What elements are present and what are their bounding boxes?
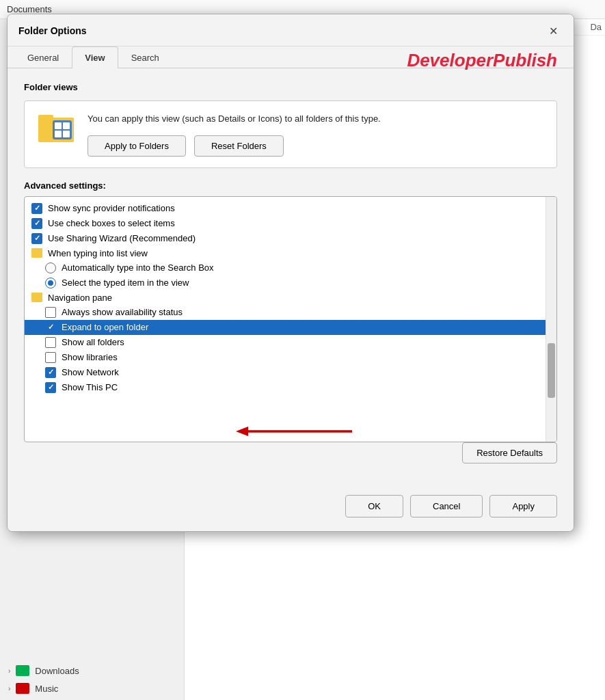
setting-show-thispc[interactable]: Show This PC <box>25 380 546 395</box>
cancel-button[interactable]: Cancel <box>410 495 483 517</box>
setting-show-sync[interactable]: Show sync provider notifications <box>25 201 546 216</box>
setting-show-network[interactable]: Show Network <box>25 365 546 380</box>
bottom-buttons: OK Cancel Apply <box>8 484 574 531</box>
title-bar-controls: ✕ <box>543 21 563 40</box>
apply-to-folders-button[interactable]: Apply to Folders <box>88 135 186 157</box>
checkbox-expand-folder[interactable] <box>45 322 56 333</box>
folder-body <box>38 118 74 142</box>
reset-folders-button[interactable]: Reset Folders <box>194 135 284 157</box>
folder-views-box: You can apply this view (such as Details… <box>24 100 557 168</box>
label-auto-type: Automatically type into the Search Box <box>62 262 214 273</box>
radio-auto-type[interactable] <box>45 262 56 273</box>
grid-cell-1 <box>55 122 62 129</box>
setting-show-all-folders[interactable]: Show all folders <box>25 335 546 350</box>
radio-select-typed[interactable] <box>45 278 56 288</box>
folder-options-dialog: Folder Options ✕ DeveloperPublish Genera… <box>7 14 574 532</box>
folder-views-inner: You can apply this view (such as Details… <box>36 112 546 157</box>
settings-list-container: Show sync provider notifications Use che… <box>24 196 557 442</box>
label-typing-folder: When typing into list view <box>48 248 148 258</box>
folder-views-content: You can apply this view (such as Details… <box>88 112 546 157</box>
setting-select-typed[interactable]: Select the typed item in the view <box>25 275 546 291</box>
checkbox-sharing-wizard[interactable] <box>31 233 42 244</box>
close-button[interactable]: ✕ <box>543 21 563 40</box>
dialog-title: Folder Options <box>18 25 87 36</box>
label-sharing-wizard: Use Sharing Wizard (Recommended) <box>48 233 196 243</box>
ok-button[interactable]: OK <box>345 495 403 517</box>
checkbox-show-libraries[interactable] <box>45 352 56 363</box>
dialog-content: Folder views <box>8 68 574 484</box>
folder-views-description: You can apply this view (such as Details… <box>88 112 546 126</box>
label-availability: Always show availability status <box>62 307 183 317</box>
setting-show-libraries[interactable]: Show libraries <box>25 350 546 365</box>
checkbox-show-all-folders[interactable] <box>45 337 56 348</box>
checkbox-show-sync[interactable] <box>31 203 42 214</box>
grid-cell-3 <box>55 131 62 137</box>
typing-folder-icon <box>31 248 42 258</box>
setting-nav-pane: Navigation pane <box>25 291 546 305</box>
label-show-sync: Show sync provider notifications <box>48 203 175 213</box>
grid-cell-2 <box>63 122 70 129</box>
tab-search[interactable]: Search <box>118 46 172 68</box>
setting-check-boxes[interactable]: Use check boxes to select items <box>25 216 546 231</box>
grid-cell-4 <box>63 131 70 137</box>
label-show-all-folders: Show all folders <box>62 337 124 347</box>
label-show-thispc: Show This PC <box>62 382 118 392</box>
restore-row: Restore Defaults <box>24 442 557 470</box>
checkbox-check-boxes[interactable] <box>31 218 42 229</box>
label-nav-pane: Navigation pane <box>48 293 112 303</box>
tab-general[interactable]: General <box>14 46 72 68</box>
scrollbar-thumb[interactable] <box>548 343 555 398</box>
label-check-boxes: Use check boxes to select items <box>48 218 175 228</box>
label-show-libraries: Show libraries <box>62 352 118 362</box>
setting-typing-folder: When typing into list view <box>25 246 546 260</box>
scrollbar-track[interactable] <box>546 197 556 442</box>
label-select-typed: Select the typed item in the view <box>62 278 189 288</box>
label-expand-folder: Expand to open folder <box>62 322 148 332</box>
dialog-overlay: Folder Options ✕ DeveloperPublish Genera… <box>3 10 578 693</box>
tab-view[interactable]: View <box>72 46 118 68</box>
checkbox-availability[interactable] <box>45 307 56 318</box>
folder-views-title: Folder views <box>24 82 557 92</box>
setting-sharing-wizard[interactable]: Use Sharing Wizard (Recommended) <box>25 231 546 246</box>
settings-list: Show sync provider notifications Use che… <box>25 197 546 442</box>
tab-bar: General View Search <box>8 46 574 68</box>
col-date-header: Da <box>590 22 602 32</box>
restore-defaults-button[interactable]: Restore Defaults <box>462 442 557 463</box>
folder-grid <box>53 120 72 139</box>
label-show-network: Show Network <box>62 367 119 377</box>
folder-icon <box>38 112 74 142</box>
nav-pane-folder-icon <box>31 293 42 302</box>
checkbox-show-thispc[interactable] <box>45 382 56 393</box>
setting-availability[interactable]: Always show availability status <box>25 305 546 320</box>
advanced-settings-label: Advanced settings: <box>24 180 557 191</box>
checkbox-show-network[interactable] <box>45 367 56 378</box>
title-bar: Folder Options ✕ <box>8 14 574 46</box>
folder-views-buttons: Apply to Folders Reset Folders <box>88 135 546 157</box>
apply-button[interactable]: Apply <box>489 495 557 517</box>
setting-expand-folder[interactable]: Expand to open folder <box>25 320 546 335</box>
folder-icon-container <box>36 112 77 142</box>
setting-auto-type[interactable]: Automatically type into the Search Box <box>25 260 546 275</box>
